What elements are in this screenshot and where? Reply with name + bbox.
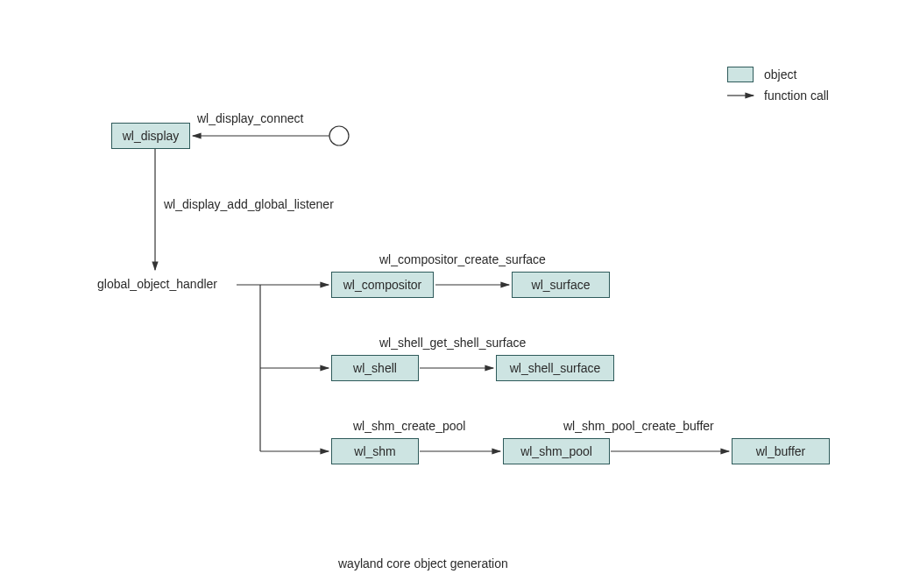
handler-label: global_object_handler — [97, 277, 217, 291]
node-wl-buffer: wl_buffer — [732, 438, 830, 464]
node-label: wl_shell — [353, 361, 397, 375]
node-wl-shm: wl_shm — [331, 438, 419, 464]
edge-label-add-listener: wl_display_add_global_listener — [164, 197, 334, 211]
edge-label-create-pool: wl_shm_create_pool — [353, 419, 465, 433]
node-label: wl_buffer — [756, 444, 806, 458]
edge-label-connect: wl_display_connect — [197, 111, 303, 125]
node-label: wl_display — [123, 129, 180, 143]
start-node-icon — [329, 126, 349, 145]
edge-label-create-surface: wl_compositor_create_surface — [379, 252, 546, 266]
node-wl-shell-surface: wl_shell_surface — [496, 355, 614, 381]
node-label: wl_compositor — [343, 278, 421, 292]
node-wl-compositor: wl_compositor — [331, 272, 434, 298]
edge-label-get-shell-surface: wl_shell_get_shell_surface — [379, 336, 526, 350]
legend-function-label: function call — [764, 89, 829, 103]
legend-object-swatch — [727, 67, 754, 82]
node-label: wl_surface — [532, 278, 591, 292]
node-wl-shm-pool: wl_shm_pool — [503, 438, 610, 464]
legend-object-label: object — [764, 67, 796, 81]
node-wl-display: wl_display — [111, 123, 190, 149]
node-label: wl_shm_pool — [520, 444, 592, 458]
edge-label-create-buffer: wl_shm_pool_create_buffer — [563, 419, 714, 433]
node-label: wl_shell_surface — [510, 361, 601, 375]
node-wl-shell: wl_shell — [331, 355, 419, 381]
caption: wayland core object generation — [338, 556, 508, 570]
diagram-canvas: wl_display wl_compositor wl_surface wl_s… — [0, 0, 920, 588]
node-label: wl_shm — [354, 444, 395, 458]
node-wl-surface: wl_surface — [512, 272, 610, 298]
